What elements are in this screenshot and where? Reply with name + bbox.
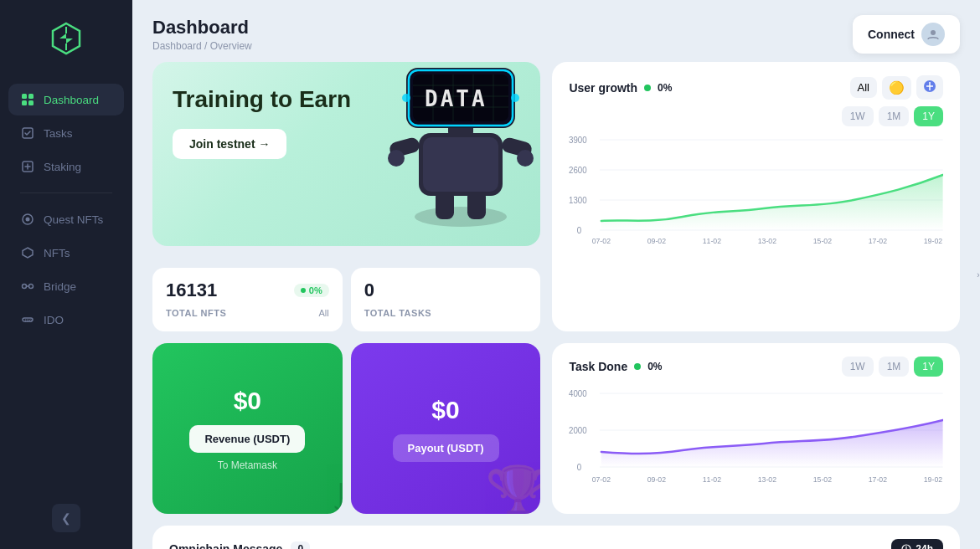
sidebar-item-nfts[interactable]: NFTs [8,237,124,269]
svg-text:2000: 2000 [569,426,587,435]
svg-text:13-02: 13-02 [758,475,776,484]
total-tasks-value: 0 [364,280,374,300]
revenue-card: $0 Revenue (USDT) To Metamask ↓ [152,343,343,514]
omnichain-count: 0 [291,541,310,549]
svg-text:2600: 2600 [569,166,587,175]
task-done-title: Task Done [569,360,627,373]
sidebar-navigation: Dashboard Tasks Staking [0,84,132,336]
total-tasks-card: 0 TOTAL TASKS [351,268,541,331]
token2-filter-button[interactable] [916,75,943,100]
all-filter-button[interactable]: All [850,77,877,98]
filter-1w-button[interactable]: 1W [842,106,874,126]
total-nfts-card: 16131 0% TOTAL NFTS All [152,268,343,331]
sidebar-collapse-button[interactable]: ❮ [52,504,80,532]
hero-card: Training to Earn Join testnet → [152,62,540,246]
svg-rect-4 [28,100,34,105]
sidebar-divider [20,192,112,193]
svg-point-32 [511,94,519,102]
time-filter-badge[interactable]: 24h [891,539,943,549]
sidebar-item-ido[interactable]: IDO IDO [8,304,124,336]
task-done-chart: 4000 2000 0 [569,383,943,500]
svg-text:15-02: 15-02 [813,475,832,484]
connect-button[interactable]: Connect [853,15,960,54]
task-filter-1y[interactable]: 1Y [914,357,943,377]
omnichain-title: Omnichain Message [169,542,282,549]
connect-label: Connect [868,28,915,41]
payout-label: Payout (USDT) [408,442,484,454]
omnichain-section: Omnichain Message 0 24h Status Nonce Sou… [152,526,960,549]
expand-handle[interactable]: › [970,258,980,291]
revenue-label: Revenue (USDT) [204,433,290,445]
svg-text:1300: 1300 [569,196,587,205]
sidebar-item-bridge[interactable]: Bridge [8,270,124,302]
sidebar: Dashboard Tasks Staking [0,0,132,549]
svg-text:19-02: 19-02 [924,237,942,245]
sidebar-item-staking-label: Staking [44,161,81,173]
chart-token-filters: All 🟡 [850,75,943,100]
avatar [921,23,945,46]
svg-point-31 [402,94,410,102]
svg-text:15-02: 15-02 [813,237,832,245]
sidebar-item-staking[interactable]: Staking [8,151,124,182]
svg-text:IDO: IDO [24,318,32,323]
svg-text:0: 0 [577,463,582,472]
revenue-grid: $0 Revenue (USDT) To Metamask ↓ $0 Payou… [152,343,540,514]
omnichain-header: Omnichain Message 0 24h [169,539,943,549]
nfts-badge-dot [301,288,306,293]
task-status-dot [634,363,641,370]
sidebar-item-ido-label: IDO [44,314,64,326]
svg-text:DATA: DATA [425,86,487,111]
sidebar-item-nfts-label: NFTs [44,247,70,259]
sidebar-item-tasks[interactable]: Tasks [8,117,124,149]
svg-text:11-02: 11-02 [703,237,721,245]
join-testnet-button[interactable]: Join testnet → [173,129,286,159]
task-filter-1m[interactable]: 1M [879,357,910,377]
svg-rect-1 [22,94,27,99]
task-done-card: Task Done 0% 1W 1M 1Y 4000 2000 [552,343,960,514]
header: Dashboard Dashboard / Overview Connect [132,0,980,62]
bridge-icon [20,279,35,294]
svg-text:19-02: 19-02 [924,475,942,484]
robot-illustration: DATA [381,62,540,238]
svg-point-13 [931,30,936,35]
task-chart-header: Task Done 0% 1W 1M 1Y [569,357,943,377]
svg-text:07-02: 07-02 [592,237,611,245]
task-badge: 0% [647,361,662,372]
filter-1y-button[interactable]: 1Y [914,106,943,126]
status-dot [644,85,651,91]
svg-text:0: 0 [577,226,582,235]
token1-filter-button[interactable]: 🟡 [882,76,911,100]
breadcrumb: Dashboard / Overview [152,40,252,52]
nfts-icon [20,245,35,260]
quest-nfts-icon [20,212,35,227]
filter-1m-button[interactable]: 1M [879,106,910,126]
svg-point-14 [415,207,507,227]
svg-text:09-02: 09-02 [647,475,666,484]
content-area: Training to Earn Join testnet → [132,62,980,549]
user-growth-title: User growth [569,81,637,95]
main-content: Dashboard Dashboard / Overview Connect T… [132,0,980,549]
revenue-button[interactable]: Revenue (USDT) [189,425,305,453]
nfts-sub: All [318,308,328,318]
user-growth-chart: 3900 2600 1300 0 [569,133,943,250]
collapse-icon: ❮ [61,511,71,525]
payout-button[interactable]: Payout (USDT) [393,434,499,462]
svg-point-10 [29,285,34,289]
svg-text:17-02: 17-02 [869,237,887,245]
svg-rect-2 [28,94,34,99]
task-time-filters: 1W 1M 1Y [842,357,943,377]
task-title-row: Task Done 0% [569,360,662,373]
task-filter-1w[interactable]: 1W [842,357,874,377]
dashboard-icon [20,92,35,107]
sidebar-item-dashboard[interactable]: Dashboard [8,84,124,115]
svg-text:11-02: 11-02 [703,475,721,484]
omnichain-title-row: Omnichain Message 0 [169,541,310,549]
chart-header: User growth 0% All 🟡 [569,75,943,100]
stats-row: 16131 0% TOTAL NFTS All [152,268,540,331]
time-filters: 1W 1M 1Y [569,106,943,126]
svg-rect-3 [22,100,27,105]
logo[interactable] [44,17,88,60]
sidebar-item-dashboard-label: Dashboard [44,94,99,106]
revenue-amount: $0 [234,387,261,415]
sidebar-item-quest-nfts[interactable]: Quest NFTs [8,203,124,235]
